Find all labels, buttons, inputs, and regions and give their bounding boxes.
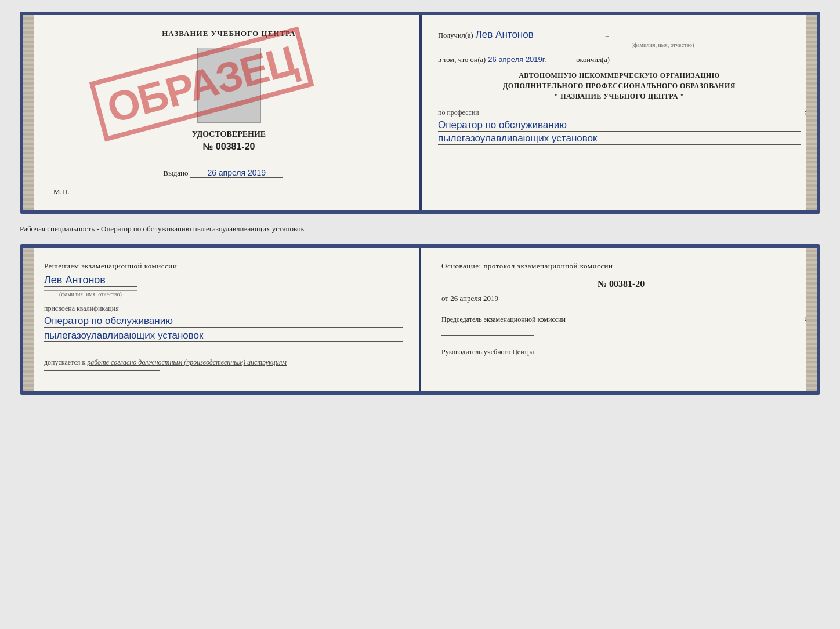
qualification-line1: Оператор по обслуживанию (44, 315, 403, 328)
issued-date-value: 26 апреля 2019 (190, 168, 283, 178)
chairman-label: Председатель экзаменационной комиссии (441, 315, 801, 325)
person-name-bottom: Лев Антонов (44, 274, 137, 287)
cert-type: УДОСТОВЕРЕНИЕ (192, 130, 266, 139)
received-field: Получил(а) Лев Антонов – (фамилия, имя, … (438, 29, 801, 48)
bottom-document-card: Решением экзаменационной комиссии Лев Ан… (20, 244, 820, 395)
top-left-panel: НАЗВАНИЕ УЧЕБНОГО ЦЕНТРА ОБРАЗЕЦ УДОСТОВ… (23, 15, 422, 210)
stamp-area: ОБРАЗЕЦ УДОСТОВЕРЕНИЕ № 00381-20 (42, 48, 404, 163)
org-line3: " НАЗВАНИЕ УЧЕБНОГО ЦЕНТРА " (438, 91, 801, 101)
name-subtitle-top: (фамилия, имя, отчество) (525, 42, 801, 48)
admission-value: работе согласно должностным (производств… (87, 358, 287, 366)
protocol-date-prefix: от (441, 294, 448, 303)
bottom-left-panel: Решением экзаменационной комиссии Лев Ан… (23, 248, 419, 391)
org-name-block: АВТОНОМНУЮ НЕКОММЕРЧЕСКУЮ ОРГАНИЗАЦИЮ ДО… (438, 70, 801, 101)
center-head-signature-block: Руководитель учебного Центра (441, 347, 801, 368)
center-head-sig-line (441, 368, 534, 368)
side-label-arrow-b: ← (817, 317, 820, 322)
admission-label: допускается к (44, 358, 85, 366)
chairman-signature-block: Председатель экзаменационной комиссии (441, 315, 801, 336)
blank-line-3 (44, 370, 160, 371)
received-label: Получил(а) (438, 31, 473, 39)
protocol-date-value: 26 апреля 2019 (450, 294, 498, 303)
issued-line: Выдано 26 апреля 2019 (42, 168, 404, 178)
received-name: Лев Антонов (476, 29, 592, 41)
in-that-date: 26 апреля 2019г. (488, 55, 569, 64)
spine-right (806, 15, 817, 210)
middle-text: Рабочая специальность - Оператор по обсл… (20, 221, 820, 237)
spine-left-bottom (23, 248, 34, 391)
top-document-card: НАЗВАНИЕ УЧЕБНОГО ЦЕНТРА ОБРАЗЕЦ УДОСТОВ… (20, 12, 820, 214)
in-that-field: в том, что он(а) 26 апреля 2019г. окончи… (438, 54, 801, 64)
page-wrapper: НАЗВАНИЕ УЧЕБНОГО ЦЕНТРА ОБРАЗЕЦ УДОСТОВ… (20, 12, 820, 395)
issued-label: Выдано (163, 169, 188, 177)
bottom-right-panel: Основание: протокол экзаменационной коми… (419, 248, 817, 391)
profession-label-top: по профессии (438, 108, 801, 117)
protocol-number: № 00381-20 (441, 279, 801, 289)
school-name-top-left: НАЗВАНИЕ УЧЕБНОГО ЦЕНТРА (42, 29, 404, 38)
profession-line1-top: Оператор по обслуживанию (438, 119, 801, 132)
admission-text: допускается к работе согласно должностны… (44, 358, 403, 367)
blank-line-1 (44, 347, 160, 347)
mp-label: М.П. (42, 187, 404, 197)
name-subtitle-bottom: (фамилия, имя, отчество) (44, 290, 137, 297)
basis-text: Основание: протокол экзаменационной коми… (441, 261, 801, 271)
chairman-sig-line (441, 335, 534, 336)
spine-right-bottom (806, 248, 817, 391)
blank-line-2 (44, 352, 160, 352)
in-that-label: в том, что он(а) (438, 56, 486, 64)
org-line2: ДОПОЛНИТЕЛЬНОГО ПРОФЕССИОНАЛЬНОГО ОБРАЗО… (438, 81, 801, 91)
photo-placeholder (197, 48, 261, 123)
cert-number: № 00381-20 (203, 141, 255, 152)
finished-label: окончил(а) (576, 56, 610, 64)
assigned-text: присвоена квалификация (44, 304, 403, 313)
top-right-panel: Получил(а) Лев Антонов – (фамилия, имя, … (422, 15, 817, 210)
org-line1: АВТОНОМНУЮ НЕКОММЕРЧЕСКУЮ ОРГАНИЗАЦИЮ (438, 70, 801, 81)
center-head-label: Руководитель учебного Центра (441, 347, 801, 357)
side-label-arrow: ← (817, 110, 820, 116)
protocol-date: от 26 апреля 2019 (441, 294, 801, 303)
profession-line2-top: пылегазоулавливающих установок (438, 133, 801, 145)
qualification-line2: пылегазоулавливающих установок (44, 330, 403, 342)
decision-text: Решением экзаменационной комиссии (44, 261, 403, 271)
